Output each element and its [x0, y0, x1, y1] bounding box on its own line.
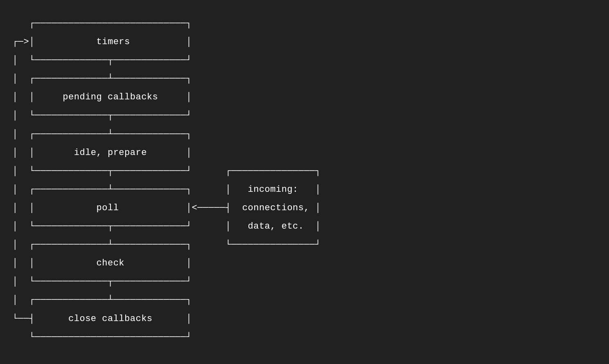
diagram-line: ┌───────────────────────────┐	[12, 18, 192, 29]
diagram-line: │ └─────────────┬─────────────┘	[12, 55, 192, 65]
diagram-line: └──┤ close callbacks │	[12, 314, 192, 324]
diagram-line: │ ┌─────────────┴─────────────┐	[12, 129, 192, 139]
diagram-line: │ └─────────────┬─────────────┘	[12, 276, 192, 287]
diagram-line: │ ┌─────────────┴─────────────┐	[12, 295, 192, 305]
diagram-line: │ └─────────────┬─────────────┘ ┌───────…	[12, 166, 321, 176]
diagram-line: │ └─────────────┬─────────────┘	[12, 110, 192, 121]
diagram-line: │ ┌─────────────┴─────────────┐ │ incomi…	[12, 184, 321, 195]
diagram-line: │ │ pending callbacks │	[12, 92, 192, 102]
diagram-line: │ │ check │	[12, 258, 192, 268]
diagram-line: │ │ poll │<─────┤ connections, │	[12, 203, 321, 213]
event-loop-diagram: ┌───────────────────────────┐ ┌─>│ timer…	[0, 0, 609, 361]
diagram-line: ┌─>│ timers │	[12, 37, 192, 47]
diagram-line: │ └─────────────┬─────────────┘ │ data, …	[12, 221, 321, 231]
diagram-line: └───────────────────────────┘	[12, 332, 192, 342]
diagram-line: │ ┌─────────────┴─────────────┐ └───────…	[12, 240, 321, 250]
diagram-line: │ │ idle, prepare │	[12, 148, 192, 158]
diagram-line: │ ┌─────────────┴─────────────┐	[12, 74, 192, 84]
